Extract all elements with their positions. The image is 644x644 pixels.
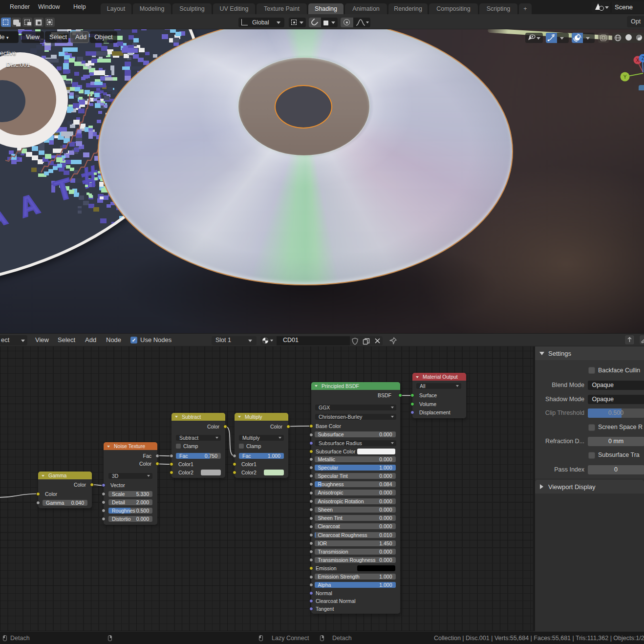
svg-text:A: A <box>0 200 11 237</box>
svg-text:Z: Z <box>642 56 644 61</box>
svg-text:Y: Y <box>623 74 627 80</box>
svg-text:A: A <box>16 189 43 226</box>
